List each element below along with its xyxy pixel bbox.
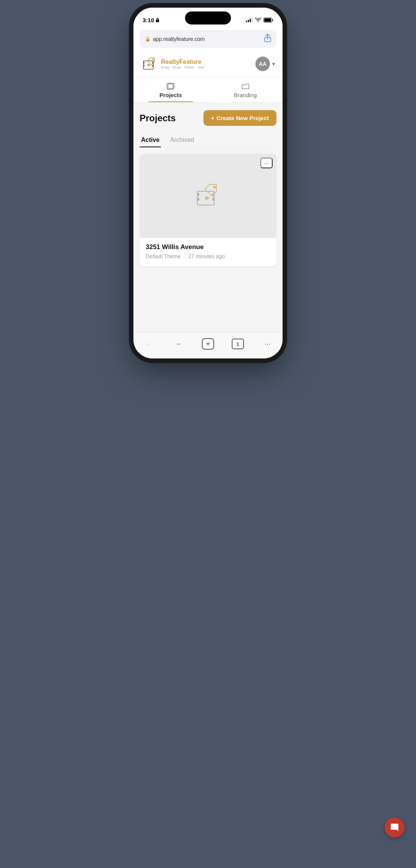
wifi-icon	[255, 18, 261, 22]
sub-tab-archived[interactable]: Archived	[169, 133, 195, 147]
svg-rect-16	[197, 198, 199, 200]
time-display: 3:10	[143, 17, 154, 23]
logo-text: RealtyFeature Drag · Drop · Share · Sell	[161, 59, 205, 69]
menu-dots-icon: ···	[264, 160, 270, 166]
tab-count-label: 1	[236, 341, 239, 347]
plus-icon: +	[211, 115, 214, 121]
avatar-initials: AA	[259, 61, 266, 67]
status-bar: 3:10	[133, 8, 283, 27]
meta-separator: ·	[184, 253, 185, 259]
page-title: Projects	[140, 113, 176, 124]
tab-count-button[interactable]: 1	[229, 337, 246, 351]
svg-rect-3	[264, 18, 271, 22]
forward-icon: →	[175, 340, 182, 348]
brand-part2: Feature	[179, 59, 202, 65]
user-avatar-button[interactable]: AA ▾	[255, 57, 275, 71]
lock-status-icon	[156, 18, 159, 22]
tab-branding-label: Branding	[234, 92, 257, 98]
share-icon[interactable]	[264, 34, 271, 44]
sub-tab-archived-label: Archived	[170, 137, 194, 143]
forward-button[interactable]: →	[170, 337, 187, 351]
project-theme: Default Theme	[146, 253, 181, 259]
sub-tab-active-label: Active	[141, 137, 159, 143]
projects-tab-icon	[167, 83, 175, 90]
back-icon: ←	[145, 340, 152, 348]
svg-rect-6	[143, 62, 145, 64]
main-content: Projects + Create New Project Active Arc…	[133, 103, 283, 332]
more-options-button[interactable]: ···	[259, 337, 276, 351]
brand-part1: Realty	[161, 59, 179, 65]
browser-url-display: 🔒 app.realtyfeature.com	[145, 36, 205, 42]
project-meta: Default Theme · 27 minutes ago	[146, 253, 270, 259]
branding-tab-icon	[241, 83, 250, 90]
project-name: 3251 Willis Avenue	[146, 243, 270, 251]
url-text: app.realtyfeature.com	[153, 36, 205, 42]
project-time-ago: 27 minutes ago	[188, 253, 225, 259]
tab-count-badge: 1	[232, 339, 244, 349]
chevron-down-icon: ▾	[272, 61, 275, 67]
project-menu-button[interactable]: ···	[260, 158, 273, 168]
logo-area: RealtyFeature Drag · Drop · Share · Sell	[141, 55, 205, 72]
tab-projects[interactable]: Projects	[133, 77, 208, 102]
project-info: 3251 Willis Avenue Default Theme · 27 mi…	[140, 238, 276, 266]
sub-tabs: Active Archived	[140, 133, 276, 148]
phone-frame: 3:10	[133, 8, 283, 358]
create-new-project-button[interactable]: + Create New Project	[203, 110, 277, 126]
logo-tagline: Drag · Drop · Share · Sell	[161, 65, 205, 69]
project-placeholder-icon	[193, 181, 223, 211]
new-tab-button[interactable]: +	[200, 337, 216, 351]
tab-projects-label: Projects	[159, 92, 182, 98]
svg-rect-18	[212, 198, 214, 200]
new-tab-icon: +	[202, 338, 214, 350]
svg-rect-9	[152, 65, 153, 67]
battery-icon	[263, 18, 273, 23]
create-button-label: Create New Project	[216, 115, 269, 121]
svg-rect-15	[197, 193, 199, 196]
svg-point-1	[157, 21, 158, 21]
project-thumbnail: ···	[140, 154, 276, 238]
browser-bar[interactable]: 🔒 app.realtyfeature.com	[140, 30, 276, 48]
browser-lock-icon: 🔒	[145, 36, 151, 42]
svg-point-11	[152, 59, 154, 60]
svg-marker-19	[205, 196, 210, 200]
svg-point-20	[213, 186, 216, 189]
back-button[interactable]: ←	[140, 337, 157, 351]
tab-branding[interactable]: Branding	[208, 77, 283, 102]
avatar: AA	[255, 57, 270, 71]
svg-rect-7	[143, 65, 145, 67]
browser-nav: ← → + 1 ···	[133, 332, 283, 358]
status-time: 3:10	[143, 17, 159, 23]
signal-bars-icon	[246, 18, 253, 22]
more-dots-icon: ···	[265, 340, 270, 348]
app-logo-icon	[141, 55, 158, 72]
sub-tab-active[interactable]: Active	[140, 133, 161, 147]
dynamic-island	[185, 11, 231, 24]
status-icons	[246, 18, 273, 23]
app-header: RealtyFeature Drag · Drop · Share · Sell…	[133, 51, 283, 77]
page-header: Projects + Create New Project	[140, 110, 276, 126]
nav-tabs: Projects Branding	[133, 77, 283, 103]
logo-brand: RealtyFeature	[161, 59, 205, 65]
project-card[interactable]: ··· 3251 Willis Avenu	[140, 154, 276, 266]
